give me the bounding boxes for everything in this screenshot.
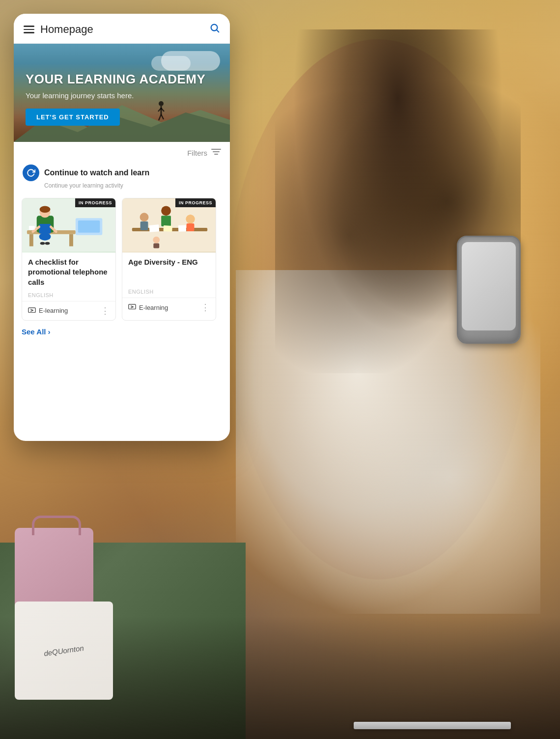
- svg-line-8: [159, 114, 161, 120]
- search-button[interactable]: [209, 23, 220, 36]
- course-card-1[interactable]: IN PROGRESS: [22, 198, 116, 321]
- app-mockup: Homepage: [14, 14, 230, 441]
- card-type-label-2: E-learning: [139, 304, 168, 311]
- elearning-icon-1: [28, 307, 36, 315]
- card-footer-2: E-learning ⋮: [122, 298, 216, 317]
- shopping-bags-area: deQUornton: [15, 528, 113, 700]
- card-image-1: IN PROGRESS: [22, 198, 115, 252]
- svg-rect-20: [39, 224, 51, 234]
- svg-point-37: [186, 215, 195, 223]
- card-title-2: Age Diversity - ENG: [128, 257, 210, 284]
- section-header: Continue to watch and learn Continue you…: [14, 162, 230, 191]
- svg-point-24: [40, 242, 45, 245]
- card-type-1: E-learning: [28, 307, 68, 315]
- svg-rect-40: [163, 225, 172, 232]
- svg-rect-15: [29, 234, 33, 246]
- card-title-1: A checklist for promotional telephone ca…: [28, 257, 110, 287]
- phone-screen: [462, 242, 516, 330]
- svg-rect-16: [69, 234, 73, 246]
- svg-rect-43: [153, 244, 159, 248]
- app-header: Homepage: [14, 14, 230, 44]
- card-type-label-1: E-learning: [39, 307, 68, 314]
- hero-cta-button[interactable]: LET'S GET STARTED: [26, 109, 120, 126]
- app-title: Homepage: [40, 23, 93, 36]
- svg-rect-35: [161, 216, 171, 226]
- card-type-2: E-learning: [128, 303, 168, 311]
- card-body-2: Age Diversity - ENG ENGLISH: [122, 252, 216, 298]
- phone-in-hand: [457, 236, 521, 344]
- elearning-icon-2: [128, 303, 136, 311]
- card-footer-1: E-learning ⋮: [22, 301, 115, 320]
- hamburger-line-2: [24, 29, 34, 30]
- see-all-label: See All: [22, 328, 46, 336]
- card-lang-2: ENGLISH: [128, 289, 210, 295]
- see-all-link[interactable]: See All ›: [22, 328, 222, 336]
- card-body-1: A checklist for promotional telephone ca…: [22, 252, 115, 301]
- svg-point-42: [153, 237, 160, 244]
- header-left: Homepage: [24, 23, 93, 36]
- svg-rect-38: [187, 223, 195, 231]
- svg-point-25: [45, 242, 50, 245]
- svg-rect-33: [140, 221, 148, 230]
- section-icon: [23, 164, 39, 181]
- hand-phone-area: [457, 236, 521, 344]
- course-card-2[interactable]: IN PROGRESS: [122, 198, 216, 321]
- svg-rect-39: [149, 224, 159, 232]
- white-bag: deQUornton: [15, 602, 113, 700]
- svg-line-1: [217, 30, 219, 32]
- section-subtitle: Continue your learning activity: [23, 182, 221, 189]
- card-lang-1: ENGLISH: [28, 292, 110, 298]
- filters-row: Filters: [14, 142, 230, 162]
- svg-rect-41: [178, 225, 186, 231]
- in-progress-badge-1: IN PROGRESS: [75, 198, 115, 207]
- courses-cards-row: IN PROGRESS: [14, 191, 230, 326]
- svg-point-4: [159, 101, 164, 106]
- svg-rect-27: [78, 220, 100, 233]
- svg-point-19: [40, 206, 51, 213]
- section-title-row: Continue to watch and learn: [23, 164, 221, 181]
- svg-point-34: [161, 206, 171, 216]
- card-menu-2[interactable]: ⋮: [201, 302, 210, 313]
- hero-title: YOUR LEARNING ACADEMY: [26, 72, 218, 87]
- hero-banner: YOUR LEARNING ACADEMY Your learning jour…: [14, 44, 230, 142]
- pink-bag: [15, 528, 93, 611]
- card-menu-1[interactable]: ⋮: [101, 305, 110, 316]
- in-progress-badge-2: IN PROGRESS: [175, 198, 216, 207]
- hamburger-line-3: [24, 32, 34, 33]
- bag-brand-text: deQUornton: [43, 644, 84, 657]
- see-all-row: See All ›: [14, 326, 230, 344]
- menu-icon[interactable]: [24, 26, 34, 33]
- svg-point-32: [140, 213, 149, 221]
- search-icon: [209, 23, 220, 33]
- laptop-base: [354, 722, 511, 729]
- section-title-text: Continue to watch and learn: [44, 168, 149, 177]
- svg-point-23: [39, 233, 51, 241]
- svg-rect-28: [29, 226, 35, 230]
- card-image-2: IN PROGRESS: [122, 198, 216, 252]
- hero-subtitle: Your learning journey starts here.: [26, 91, 218, 100]
- hamburger-line-1: [24, 26, 34, 27]
- svg-line-9: [161, 114, 164, 119]
- filters-icon[interactable]: [211, 148, 221, 158]
- filters-label: Filters: [187, 149, 207, 157]
- walking-figure: [156, 101, 166, 125]
- see-all-arrow: ›: [48, 328, 50, 336]
